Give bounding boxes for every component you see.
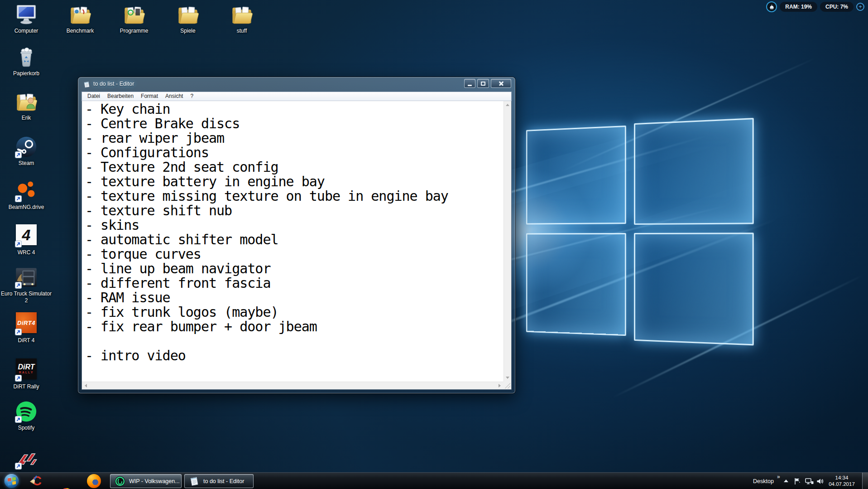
folder-icon: [122, 3, 146, 26]
windows-flag-icon: [7, 477, 15, 485]
titlebar[interactable]: to do list - Editor: [78, 77, 515, 92]
notepad-text-area[interactable]: - Key chain- Centre Brake discs- rear wi…: [82, 101, 504, 382]
desktop-icon-papierkorb[interactable]: Papierkorb: [0, 45, 53, 77]
todo-line: - texture missing texture on tube in eng…: [85, 189, 504, 203]
taskbar-button-label: WIP - Volkswagen...: [129, 478, 180, 484]
desktop-icon-computer[interactable]: Computer: [0, 3, 53, 34]
tray-clock[interactable]: 14:34 04.07.2017: [827, 474, 857, 487]
logo-pane: [634, 118, 754, 225]
volume-icon[interactable]: [816, 478, 824, 485]
taskbar-button-opera-wip[interactable]: WIP - Volkswagen...: [110, 474, 182, 488]
icon-label: Computer: [0, 28, 53, 34]
minimize-icon: [468, 85, 472, 86]
menu-item[interactable]: Format: [137, 92, 162, 101]
icon-label: stuff: [216, 28, 268, 34]
scroll-right-icon[interactable]: [499, 384, 501, 387]
menu-item[interactable]: Datei: [84, 92, 104, 101]
start-button[interactable]: [4, 474, 19, 489]
toolbar-overflow-chevron[interactable]: »: [777, 474, 780, 480]
scroll-left-icon[interactable]: [85, 384, 87, 387]
desktop-icon-programme[interactable]: Programme: [108, 3, 160, 34]
folder-icon: [230, 3, 254, 26]
notepad-client-area: - Key chain- Centre Brake discs- rear wi…: [82, 101, 512, 390]
network-icon[interactable]: [805, 478, 814, 485]
clock-date: 04.07.2017: [827, 481, 857, 487]
horizontal-scrollbar[interactable]: [82, 382, 504, 389]
notepad-window: to do list - Editor DateiBearbeitenForma…: [78, 77, 515, 393]
dirt4-logo-text: DiRT4: [17, 320, 35, 326]
show-desktop-button[interactable]: [862, 473, 868, 489]
ccleaner-monitor-icon[interactable]: [766, 1, 777, 12]
minimize-button[interactable]: [464, 79, 475, 88]
desktop-icon-wrc4[interactable]: 4 WRC 4: [0, 223, 53, 256]
vertical-scrollbar[interactable]: [504, 101, 511, 382]
menu-item[interactable]: Ansicht: [162, 92, 187, 101]
todo-line: - Configurations: [85, 145, 504, 160]
dirt-rally-logo-text: DiRT: [18, 363, 34, 371]
desktop-toolbar[interactable]: Desktop: [753, 473, 774, 489]
opera-icon: [115, 476, 125, 487]
desktop-icon-erik[interactable]: Erik: [0, 90, 53, 121]
show-hidden-icons-button[interactable]: [784, 479, 788, 482]
desktop-icon-stuff[interactable]: stuff: [216, 3, 268, 34]
icon-label: Euro Truck Simulator 2: [0, 290, 53, 304]
scroll-up-icon[interactable]: [506, 104, 509, 106]
maximize-button[interactable]: [477, 79, 489, 88]
desktop-icon-beamng[interactable]: BeamNG.drive: [0, 179, 53, 211]
todo-line: - torque curves: [85, 247, 504, 261]
menu-item[interactable]: Bearbeiten: [104, 92, 137, 101]
todo-line: - automatic shifter model: [85, 232, 504, 247]
icon-label: Programme: [108, 28, 160, 34]
todo-line: - RAM issue: [85, 290, 504, 305]
taskbar: C WIP - Volkswagen... to do list - Edito…: [0, 472, 868, 489]
todo-line: - rear wiper jbeam: [85, 131, 504, 145]
icon-label: Erik: [0, 115, 53, 121]
menu-item[interactable]: ?: [187, 92, 197, 101]
close-icon: [499, 81, 504, 86]
steam-icon: [14, 135, 38, 159]
user-folder-icon: [14, 90, 38, 113]
desktop-icon-dirt4[interactable]: DiRT4 DiRT 4: [0, 311, 53, 344]
action-center-flag-icon[interactable]: [794, 478, 801, 485]
folder-icon: [68, 3, 92, 26]
desktop-icon-benchmark[interactable]: Benchmark: [54, 3, 106, 34]
close-button[interactable]: [491, 79, 511, 88]
computer-icon: [14, 3, 38, 26]
todo-line: - texture shift nub: [85, 203, 504, 218]
beamng-icon: [14, 179, 38, 203]
todo-line: - fix rear bumper + door jbeam: [85, 320, 504, 334]
folder-icon: [176, 3, 200, 26]
desktop-icon-dirt-rally[interactable]: DiRT RALLY DiRT Rally: [0, 357, 53, 390]
desktop-icon-red-logo-shortcut[interactable]: [0, 446, 53, 471]
icon-label: WRC 4: [0, 249, 53, 256]
desktop-icon-spiele[interactable]: Spiele: [162, 3, 214, 34]
desktop-icon-ets2[interactable]: Euro Truck Simulator 2: [0, 266, 53, 304]
wrc4-icon: 4: [14, 224, 38, 248]
todo-line: - Centre Brake discs: [85, 116, 504, 131]
todo-line: - texture battery in engine bay: [85, 174, 504, 189]
window-title: to do list - Editor: [93, 81, 134, 87]
scroll-down-icon[interactable]: [506, 377, 509, 379]
spotify-icon: [14, 400, 38, 423]
desktop-icon-steam[interactable]: Steam: [0, 135, 53, 167]
clock-time: 14:34: [827, 474, 857, 481]
resize-grip[interactable]: [504, 382, 511, 389]
notepad-icon: [189, 476, 200, 487]
icon-label: Spotify: [0, 425, 53, 431]
todo-line: [85, 334, 504, 349]
wallpaper-windows-logo: [526, 118, 756, 361]
overlay-expand-button[interactable]: +: [856, 3, 864, 11]
red-logo-icon: [14, 446, 38, 470]
recycle-bin-icon: [14, 45, 38, 69]
notepad-icon: [83, 81, 91, 88]
dirt-rally-icon: DiRT RALLY: [14, 358, 38, 382]
taskbar-button-notepad[interactable]: to do list - Editor: [184, 474, 254, 488]
todo-line: - intro video: [85, 349, 504, 363]
todo-line: - different front fascia: [85, 276, 504, 290]
desktop-icon-spotify[interactable]: Spotify: [0, 400, 53, 431]
todo-line: - Key chain: [85, 102, 504, 116]
ccleaner-taskbar-icon[interactable]: C: [30, 474, 44, 488]
todo-line: - Texture 2nd seat config: [85, 160, 504, 174]
firefox-taskbar-icon[interactable]: [87, 474, 101, 488]
todo-line: - line up beam navigator: [85, 261, 504, 276]
